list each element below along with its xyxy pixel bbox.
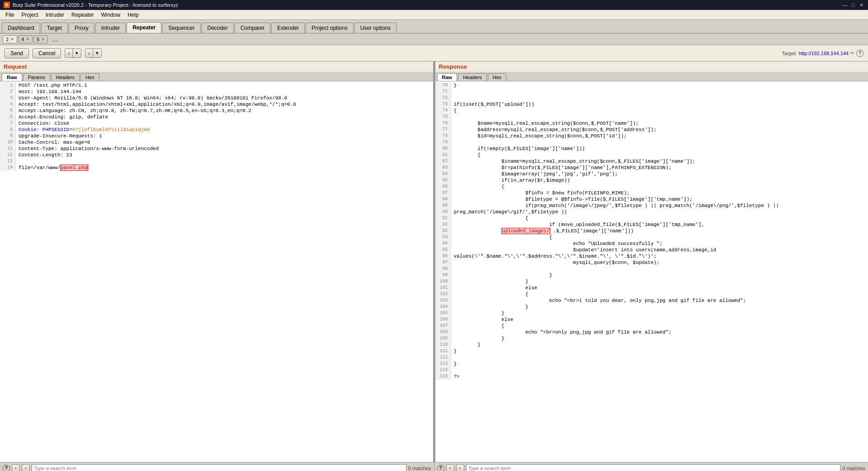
line-number: 104	[435, 304, 451, 310]
line-number: 91	[435, 215, 451, 221]
nav-prev-button[interactable]: ‹	[65, 49, 73, 57]
tab-proxy[interactable]: Proxy	[69, 23, 94, 33]
maximize-button[interactable]: □	[850, 2, 856, 8]
nav-next-drop-button[interactable]: ▾	[93, 49, 101, 57]
response-match-count: 0 matches	[842, 466, 865, 471]
line-number: 111	[435, 348, 451, 354]
response-search-input[interactable]	[466, 464, 841, 471]
line-number: 96	[435, 253, 451, 259]
line-number: 81	[435, 152, 451, 158]
line-content: $address=mysqli_real_escape_string($conn…	[451, 127, 657, 133]
line-number: 8	[0, 127, 16, 133]
tab-sequencer[interactable]: Sequencer	[162, 23, 200, 33]
response-search-help[interactable]: ?	[437, 465, 444, 471]
table-row: 89 if(preg_match('/image\/jpeg/',$filety…	[435, 203, 868, 209]
request-header: Request	[0, 61, 433, 72]
line-content: if(preg_match('/image\/jpeg/',$filetype …	[451, 203, 779, 209]
table-row: 98	[435, 266, 868, 272]
tab-target[interactable]: Target	[41, 23, 68, 33]
request-search-prev[interactable]: ‹	[12, 464, 20, 471]
menu-file[interactable]: File	[2, 11, 18, 19]
response-tab-hex[interactable]: Hex	[488, 73, 507, 81]
menu-intruder[interactable]: Intruder	[42, 11, 68, 19]
table-row: 84 $image=array('jpeg','jpg','gif','png'…	[435, 171, 868, 177]
repeater-tab-add[interactable]: …	[49, 35, 61, 44]
minimize-button[interactable]: —	[842, 2, 848, 8]
request-code-area[interactable]: 1POST /test.php HTTP/1.12Host: 192.168.1…	[0, 81, 433, 462]
tab-close-2[interactable]: ✕	[10, 37, 14, 42]
line-number: 99	[435, 272, 451, 278]
request-tab-hex[interactable]: Hex	[80, 73, 99, 81]
tab-decoder[interactable]: Decoder	[202, 23, 234, 33]
menu-help[interactable]: Help	[124, 11, 142, 19]
tab-comparer[interactable]: Comparer	[235, 23, 270, 33]
line-number: 94	[435, 240, 451, 247]
line-number: 70	[435, 82, 451, 89]
menu-repeater[interactable]: Repeater	[68, 11, 97, 19]
line-number: 101	[435, 285, 451, 291]
response-code-area[interactable]: 70}717273if(isset($_POST['upload']))74{7…	[435, 81, 868, 462]
table-row: 73if(isset($_POST['upload']))	[435, 101, 868, 108]
target-url[interactable]: http://192.168.144.144	[799, 51, 849, 56]
repeater-tab-5[interactable]: 5 ✕	[33, 35, 48, 43]
tab-dashboard[interactable]: Dashboard	[2, 23, 40, 33]
line-content: Content-Length: 23	[16, 152, 72, 158]
tab-user-options[interactable]: User options	[354, 23, 396, 33]
line-number: 86	[435, 184, 451, 190]
line-number: 92	[435, 221, 451, 228]
request-tab-raw[interactable]: Raw	[2, 73, 22, 81]
line-number: 80	[435, 146, 451, 152]
response-tab-raw[interactable]: Raw	[437, 73, 458, 81]
line-content: $r=pathinfo($_FILES['image']['name'],PAT…	[451, 165, 672, 171]
tab-intruder[interactable]: Intruder	[95, 23, 126, 33]
table-row: 7Connection: close	[0, 120, 433, 127]
line-number: 83	[435, 165, 451, 171]
request-tab-headers[interactable]: Headers	[51, 73, 80, 81]
nav-prev-drop-button[interactable]: ▾	[73, 49, 81, 57]
line-number: 89	[435, 203, 451, 209]
response-tab-headers[interactable]: Headers	[458, 73, 487, 81]
line-content: if(!empty($_FILES['image']['name']))	[451, 146, 585, 152]
request-search-help[interactable]: ?	[3, 465, 10, 471]
tab-repeater[interactable]: Repeater	[127, 22, 161, 33]
tab-close-5[interactable]: ✕	[41, 37, 45, 42]
close-button[interactable]: ✕	[858, 2, 864, 8]
repeater-tab-4[interactable]: 4 ✕	[18, 35, 33, 43]
response-search-prev[interactable]: ‹	[446, 464, 454, 471]
nav-next-button[interactable]: ›	[85, 49, 93, 57]
table-row: 75	[435, 114, 868, 120]
line-content: Upgrade-Insecure-Requests: 1	[16, 133, 102, 139]
response-search-section: ? ‹ › 0 matches	[434, 462, 868, 471]
send-button[interactable]: Send	[5, 48, 29, 58]
tab-project-options[interactable]: Project options	[306, 23, 353, 33]
line-number: 73	[435, 101, 451, 108]
table-row: 82 $iname=mysqli_real_escape_string($con…	[435, 158, 868, 165]
table-row: 112	[435, 354, 868, 361]
line-content	[451, 266, 454, 272]
request-tab-params[interactable]: Params	[23, 73, 50, 81]
cancel-button[interactable]: Cancel	[33, 48, 61, 58]
repeater-tab-2[interactable]: 2 ✕	[3, 35, 17, 43]
line-number: 7	[0, 120, 16, 127]
table-row: 115?>	[435, 373, 868, 380]
edit-target-icon[interactable]: ✏	[850, 50, 854, 56]
help-icon[interactable]: ?	[856, 50, 863, 57]
request-search-next[interactable]: ›	[22, 464, 30, 471]
tab-extender[interactable]: Extender	[271, 23, 305, 33]
menu-project[interactable]: Project	[18, 11, 42, 19]
line-content: {	[451, 108, 457, 114]
main-content: Request Raw Params Headers Hex 1POST /te…	[0, 61, 868, 462]
request-tabs: Raw Params Headers Hex	[0, 72, 433, 81]
line-content: $iname=mysqli_real_escape_string($conn,$…	[451, 158, 696, 165]
menu-window[interactable]: Window	[97, 11, 124, 19]
line-number: 10	[0, 139, 16, 146]
titlebar-controls[interactable]: — □ ✕	[842, 2, 864, 8]
tab-close-4[interactable]: ✕	[26, 37, 29, 42]
line-content: Cookie: PHPSESSID=h7jloflbuel0fviildsapi…	[16, 127, 150, 133]
table-row: 9Upgrade-Insecure-Requests: 1	[0, 133, 433, 139]
line-number: 103	[435, 297, 451, 304]
line-number: 85	[435, 177, 451, 184]
line-content	[451, 89, 454, 95]
request-search-input[interactable]	[32, 464, 406, 471]
response-search-next[interactable]: ›	[456, 464, 464, 471]
